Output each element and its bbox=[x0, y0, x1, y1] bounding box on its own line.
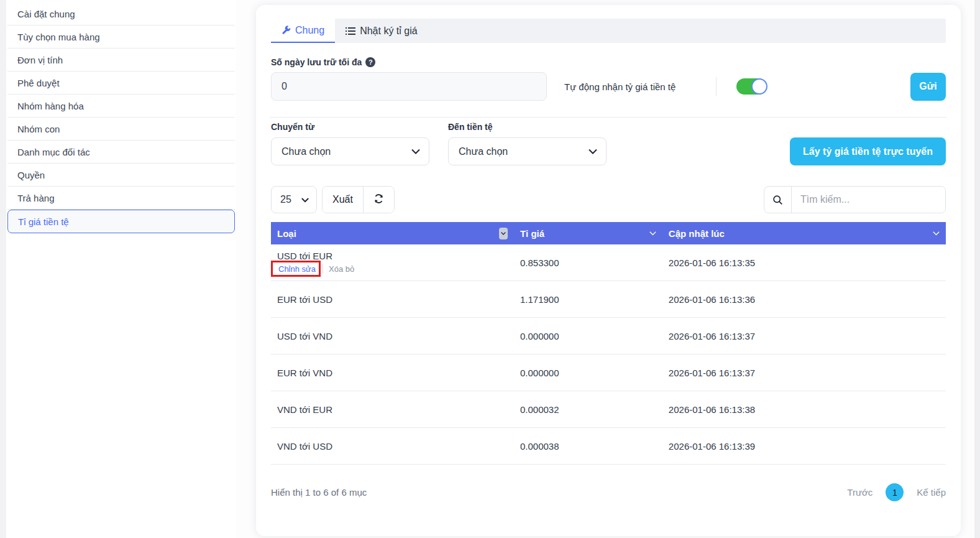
sidebar-item-label: Phê duyệt bbox=[17, 78, 60, 88]
to-currency-label: Đến tiền tệ bbox=[448, 122, 607, 132]
updated-cell: 2026-01-06 16:13:37 bbox=[662, 363, 946, 383]
sidebar-item-label: Cài đặt chung bbox=[17, 9, 75, 19]
row-type: EUR tới VND bbox=[277, 368, 508, 378]
sidebar-item-label: Nhóm hàng hóa bbox=[17, 101, 84, 111]
max-days-label: Số ngày lưu trữ tối đa bbox=[271, 57, 362, 67]
column-header-updated[interactable]: Cập nhật lúc bbox=[662, 228, 946, 239]
type-cell: USD tới VND bbox=[271, 326, 514, 346]
sidebar-item-tra-hang[interactable]: Trả hàng bbox=[7, 187, 235, 210]
column-header-rate[interactable]: Tỉ giá bbox=[514, 228, 662, 239]
row-type: VND tới EUR bbox=[277, 404, 508, 415]
edit-link-wrap: Chỉnh sửa bbox=[277, 264, 317, 274]
table-row[interactable]: USD tới EUR Chỉnh sửa Xóa bỏ 0.853300 20… bbox=[271, 244, 946, 281]
settings-sidebar: Cài đặt chung Tùy chọn mua hàng Đơn vị t… bbox=[6, 0, 236, 538]
search-box bbox=[764, 186, 946, 213]
toggle-knob bbox=[751, 78, 767, 95]
export-button[interactable]: Xuất bbox=[323, 187, 363, 213]
sidebar-item-label: Tỉ giá tiền tệ bbox=[18, 216, 69, 227]
refresh-icon bbox=[373, 193, 384, 206]
table-header: Loại Tỉ giá Cập nhật lúc bbox=[271, 222, 946, 244]
type-cell: VND tới USD bbox=[271, 436, 514, 457]
sidebar-item-nhom-hang-hoa[interactable]: Nhóm hàng hóa bbox=[7, 95, 235, 118]
row-rate: 0.000000 bbox=[520, 368, 559, 378]
updated-cell: 2026-01-06 16:13:38 bbox=[662, 399, 946, 420]
table-row[interactable]: VND tới EUR 0.000032 2026-01-06 16:13:38 bbox=[271, 391, 946, 428]
list-icon bbox=[346, 27, 355, 35]
chevron-down-icon bbox=[301, 194, 309, 205]
page-size-value: 25 bbox=[280, 194, 291, 205]
row-updated: 2026-01-06 16:13:37 bbox=[669, 368, 755, 378]
row-updated: 2026-01-06 16:13:35 bbox=[669, 257, 755, 268]
sidebar-item-ti-gia-tien-te[interactable]: Tỉ giá tiền tệ bbox=[7, 210, 235, 233]
tab-rate-log-label: Nhật ký tỉ giá bbox=[360, 26, 417, 37]
type-cell: EUR tới VND bbox=[271, 363, 514, 383]
rate-cell: 0.853300 bbox=[514, 253, 662, 273]
submit-button[interactable]: Gửi bbox=[910, 73, 946, 101]
wrench-icon bbox=[282, 26, 291, 35]
tab-general-label: Chung bbox=[295, 25, 324, 36]
page-left-margin bbox=[0, 0, 6, 538]
table-row[interactable]: EUR tới VND 0.000000 2026-01-06 16:13:37 bbox=[271, 355, 946, 391]
row-updated: 2026-01-06 16:13:39 bbox=[669, 441, 755, 452]
refresh-button[interactable] bbox=[363, 187, 394, 213]
to-currency-value: Chưa chọn bbox=[459, 146, 508, 157]
type-cell: VND tới EUR bbox=[271, 399, 514, 420]
prev-page-button[interactable]: Trước bbox=[847, 487, 872, 498]
sidebar-item-label: Tùy chọn mua hàng bbox=[17, 32, 100, 42]
row-type: USD tới EUR bbox=[277, 251, 508, 261]
from-currency-select[interactable]: Chưa chọn bbox=[271, 137, 429, 165]
row-rate: 0.000038 bbox=[520, 441, 559, 452]
sidebar-item-nhom-con[interactable]: Nhóm con bbox=[7, 118, 235, 141]
rate-cell: 0.000000 bbox=[514, 326, 662, 346]
table-row[interactable]: VND tới USD 0.000038 2026-01-06 16:13:39 bbox=[271, 428, 946, 465]
rate-cell: 0.000038 bbox=[514, 436, 662, 457]
sort-indicator-icon[interactable] bbox=[499, 228, 508, 239]
sidebar-item-cai-dat-chung[interactable]: Cài đặt chung bbox=[7, 2, 235, 26]
page-size-select[interactable]: 25 bbox=[271, 186, 317, 213]
edit-link[interactable]: Chỉnh sửa bbox=[278, 264, 316, 274]
row-updated: 2026-01-06 16:13:36 bbox=[669, 294, 755, 305]
sidebar-item-phe-duyet[interactable]: Phê duyệt bbox=[7, 72, 235, 95]
table-row[interactable]: EUR tới USD 1.171900 2026-01-06 16:13:36 bbox=[271, 281, 946, 318]
tab-rate-log[interactable]: Nhật ký tỉ giá bbox=[335, 19, 428, 43]
table-footer: Hiển thị 1 to 6 of 6 mục Trước 1 Kế tiếp bbox=[271, 483, 946, 501]
sidebar-item-label: Đơn vị tính bbox=[17, 55, 63, 65]
fetch-online-rates-button[interactable]: Lấy tỷ giá tiền tệ trực tuyến bbox=[790, 137, 946, 165]
action-separator bbox=[323, 264, 323, 273]
chevron-down-icon bbox=[411, 149, 420, 154]
row-rate: 0.853300 bbox=[520, 257, 559, 268]
table-row[interactable]: USD tới VND 0.000000 2026-01-06 16:13:37 bbox=[271, 318, 946, 355]
from-currency-value: Chưa chọn bbox=[282, 146, 331, 157]
column-header-type[interactable]: Loại bbox=[271, 228, 514, 239]
row-rate: 0.000000 bbox=[520, 331, 559, 341]
help-icon[interactable]: ? bbox=[365, 57, 375, 67]
updated-cell: 2026-01-06 16:13:35 bbox=[662, 253, 946, 273]
to-currency-select[interactable]: Chưa chọn bbox=[448, 137, 607, 165]
next-page-button[interactable]: Kế tiếp bbox=[917, 487, 946, 498]
max-days-input[interactable] bbox=[271, 72, 547, 101]
scrollbar-track[interactable] bbox=[974, 0, 980, 538]
current-page-button[interactable]: 1 bbox=[886, 483, 904, 501]
row-updated: 2026-01-06 16:13:38 bbox=[669, 404, 755, 415]
tab-bar: Chung Nhật ký tỉ giá bbox=[271, 19, 946, 43]
row-rate: 1.171900 bbox=[520, 294, 559, 305]
search-input[interactable] bbox=[792, 187, 945, 213]
rate-cell: 1.171900 bbox=[514, 289, 662, 310]
delete-link[interactable]: Xóa bỏ bbox=[329, 264, 354, 274]
sidebar-item-label: Nhóm con bbox=[17, 124, 60, 134]
vertical-divider bbox=[716, 77, 717, 96]
sidebar-item-quyen[interactable]: Quyền bbox=[7, 164, 235, 187]
auto-rate-toggle[interactable] bbox=[736, 78, 767, 95]
tab-general[interactable]: Chung bbox=[271, 19, 335, 43]
type-cell: EUR tới USD bbox=[271, 289, 514, 310]
updated-cell: 2026-01-06 16:13:39 bbox=[662, 436, 946, 457]
row-type: USD tới VND bbox=[277, 331, 508, 341]
to-currency-block: Đến tiền tệ Chưa chọn bbox=[448, 122, 607, 165]
auto-rate-group: Tự động nhận tỷ giá tiền tệ bbox=[564, 77, 767, 96]
sidebar-item-label: Quyền bbox=[17, 170, 45, 180]
row-updated: 2026-01-06 16:13:37 bbox=[669, 331, 755, 341]
pagination: Trước 1 Kế tiếp bbox=[847, 483, 946, 501]
sidebar-item-don-vi-tinh[interactable]: Đơn vị tính bbox=[7, 49, 235, 72]
sidebar-item-tuy-chon-mua-hang[interactable]: Tùy chọn mua hàng bbox=[7, 26, 235, 49]
sidebar-item-danh-muc-doi-tac[interactable]: Danh mục đối tác bbox=[7, 141, 235, 164]
